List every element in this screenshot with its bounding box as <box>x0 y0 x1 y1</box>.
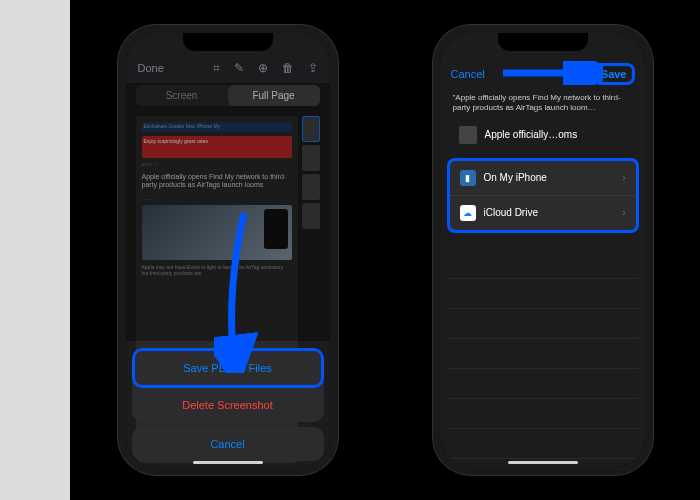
location-on-my-iphone[interactable]: ▮ On My iPhone › <box>450 161 636 196</box>
crop-icon[interactable]: ⌗ <box>213 61 220 75</box>
ad-banner: Enjoy surprisingly great rates <box>142 136 292 158</box>
location-icloud-drive[interactable]: ☁ iCloud Drive › <box>450 196 636 230</box>
notch <box>183 33 273 51</box>
chevron-right-icon: › <box>622 207 625 218</box>
file-name: Apple officially…oms <box>485 129 578 140</box>
thumb-page[interactable] <box>302 145 320 171</box>
list-row <box>447 309 639 339</box>
icloud-icon: ☁ <box>460 205 476 221</box>
chevron-right-icon: › <box>622 172 625 183</box>
cancel-button[interactable]: Cancel <box>132 427 324 461</box>
home-indicator <box>193 461 263 464</box>
tab-full-page[interactable]: Full Page <box>228 85 320 106</box>
page-margin <box>0 0 70 500</box>
location-group: ▮ On My iPhone › ☁ iCloud Drive › <box>447 158 639 233</box>
phone-left: Done ⌗ ✎ ⊕ 🗑 ⇪ Screen Full Page Exclusiv… <box>118 25 338 475</box>
location-label: On My iPhone <box>484 172 615 183</box>
thumb-page[interactable] <box>302 116 320 142</box>
screen-markup: Done ⌗ ✎ ⊕ 🗑 ⇪ Screen Full Page Exclusiv… <box>126 33 330 467</box>
annotation-arrow-down <box>214 213 258 373</box>
cancel-button[interactable]: Cancel <box>451 68 485 80</box>
tab-screen[interactable]: Screen <box>136 85 228 106</box>
screenshot-canvas: Done ⌗ ✎ ⊕ 🗑 ⇪ Screen Full Page Exclusiv… <box>70 0 700 500</box>
phone-right: Cancel 🗀 Save "Apple officially opens Fi… <box>433 25 653 475</box>
home-indicator <box>508 461 578 464</box>
thumb-page[interactable] <box>302 203 320 229</box>
screen-files-save: Cancel 🗀 Save "Apple officially opens Fi… <box>441 33 645 467</box>
annotation-arrow-right <box>503 61 603 85</box>
share-icon[interactable]: ⇪ <box>308 61 318 75</box>
article-title: Apple officially opens Find My network t… <box>142 171 292 192</box>
pen-icon[interactable]: ✎ <box>234 61 244 75</box>
trash-icon[interactable]: 🗑 <box>282 61 294 75</box>
empty-list <box>447 249 639 459</box>
list-row <box>447 339 639 369</box>
thumb-page[interactable] <box>302 174 320 200</box>
plus-icon[interactable]: ⊕ <box>258 61 268 75</box>
list-row <box>447 429 639 459</box>
list-row <box>447 399 639 429</box>
list-row <box>447 279 639 309</box>
site-nav: Exclusives Guides Mac iPhone My <box>142 122 292 132</box>
done-button[interactable]: Done <box>138 62 164 74</box>
notch <box>498 33 588 51</box>
list-row <box>447 249 639 279</box>
article-byline: ——— <box>142 196 292 201</box>
file-thumb-icon <box>459 126 477 144</box>
file-description: "Apple officially opens Find My network … <box>441 91 645 120</box>
view-tabs: Screen Full Page <box>136 85 320 106</box>
iphone-icon: ▮ <box>460 170 476 186</box>
article-date: APRIL 7 <box>142 162 292 167</box>
markup-toolbar: Done ⌗ ✎ ⊕ 🗑 ⇪ <box>126 57 330 79</box>
delete-screenshot-button[interactable]: Delete Screenshot <box>132 388 324 422</box>
list-row <box>447 369 639 399</box>
file-row[interactable]: Apple officially…oms <box>447 120 639 150</box>
location-label: iCloud Drive <box>484 207 615 218</box>
